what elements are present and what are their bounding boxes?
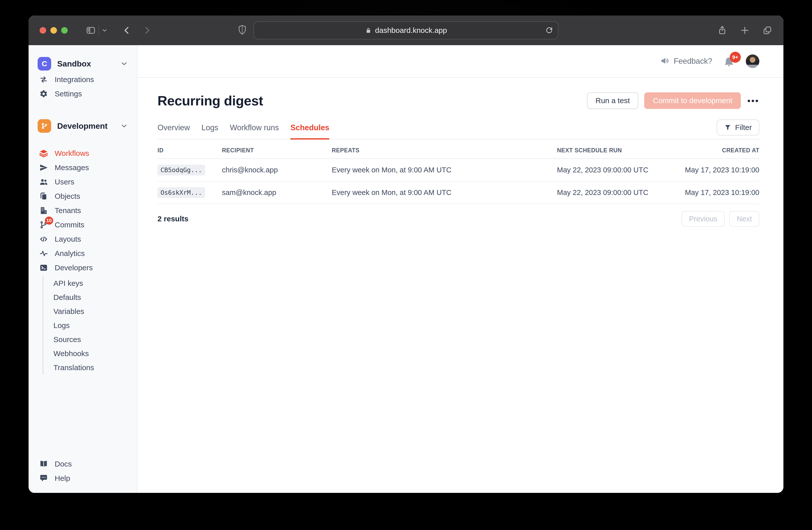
- notification-count-badge: 9+: [730, 52, 741, 63]
- next-page-button[interactable]: Next: [729, 211, 759, 227]
- commit-to-development-button[interactable]: Commit to development: [644, 92, 741, 109]
- run-test-button[interactable]: Run a test: [587, 92, 638, 109]
- sidebar-section-gap: [29, 135, 137, 146]
- plus-icon: [740, 25, 750, 36]
- minimize-window-button[interactable]: [50, 27, 57, 33]
- sidebar-item-messages[interactable]: Messages: [29, 161, 137, 175]
- sidebar-subitem-api-keys[interactable]: API keys: [43, 276, 137, 290]
- reload-button[interactable]: [545, 26, 553, 34]
- next-run-cell: May 22, 2023 09:00:00 UTC: [557, 189, 685, 197]
- sidebar-subitem-defaults[interactable]: Defaults: [43, 290, 137, 304]
- sidebar-item-developers[interactable]: Developers: [29, 261, 137, 275]
- sidebar-item-settings[interactable]: Settings: [29, 87, 137, 101]
- git-branch-icon: 10: [39, 221, 48, 229]
- sidebar-item-objects[interactable]: Objects: [29, 189, 137, 203]
- workspace-switcher[interactable]: C Sandbox: [29, 55, 137, 72]
- table-row[interactable]: Os6skXrM... sam@knock.app Every week on …: [158, 181, 759, 204]
- share-button[interactable]: [717, 25, 727, 36]
- sidebar-item-label: Translations: [54, 363, 94, 372]
- traffic-lights: [40, 27, 68, 33]
- sidebar-subitem-sources[interactable]: Sources: [43, 333, 137, 347]
- tab-overview[interactable]: Overview: [158, 123, 190, 140]
- notifications-button[interactable]: 9+: [724, 56, 734, 67]
- sidebar-item-analytics[interactable]: Analytics: [29, 246, 137, 261]
- integrations-icon: [39, 75, 48, 84]
- sidebar-item-label: Analytics: [55, 249, 85, 258]
- zoom-window-button[interactable]: [61, 27, 68, 33]
- table-row[interactable]: CB5odqGg... chris@knock.app Every week o…: [158, 159, 759, 181]
- repeats-cell: Every week on Mon, at 9:00 AM UTC: [332, 189, 557, 197]
- workspace-logo: C: [38, 57, 51, 70]
- sidebar-item-label: Messages: [55, 163, 89, 172]
- sidebar-item-tenants[interactable]: Tenants: [29, 203, 137, 218]
- tab-workflow-runs[interactable]: Workflow runs: [230, 123, 279, 140]
- paper-plane-icon: [39, 163, 48, 172]
- building-icon: [39, 206, 48, 215]
- toolbar-divider: [98, 25, 99, 36]
- schedule-id-chip: CB5odqGg...: [158, 165, 205, 176]
- feedback-button[interactable]: Feedback?: [660, 57, 712, 66]
- sidebar-item-integrations[interactable]: Integrations: [29, 72, 137, 87]
- filter-button[interactable]: Filter: [717, 120, 759, 136]
- environment-logo: [38, 119, 51, 133]
- megaphone-icon: [660, 57, 669, 66]
- filter-label: Filter: [735, 123, 752, 132]
- tab-overview-button[interactable]: [762, 25, 772, 36]
- main-area: Feedback? 9+ Recurring digest Run a test: [137, 45, 783, 493]
- address-bar[interactable]: dashboard.knock.app: [253, 21, 559, 39]
- sidebar: C Sandbox Integrations: [29, 45, 137, 493]
- column-header-repeats: REPEATS: [332, 147, 557, 154]
- sidebar-item-label: Webhooks: [54, 349, 89, 358]
- page-header: Recurring digest Run a test Commit to de…: [158, 92, 759, 109]
- sidebar-toggle-button[interactable]: [86, 25, 96, 36]
- sidebar-toggle-group: [86, 25, 108, 36]
- previous-page-button[interactable]: Previous: [682, 211, 725, 227]
- tabs-overview-icon: [762, 25, 772, 36]
- sidebar-item-help[interactable]: Help: [29, 471, 137, 485]
- sidebar-item-layouts[interactable]: Layouts: [29, 232, 137, 246]
- close-window-button[interactable]: [40, 27, 46, 33]
- gear-icon: [39, 89, 48, 98]
- environment-switcher[interactable]: Development: [29, 117, 137, 135]
- desktop-background: dashboard.knock.app: [0, 0, 812, 530]
- lock-icon: [365, 27, 372, 34]
- back-arrow-icon: [122, 25, 132, 36]
- sidebar-section-gap: [29, 101, 137, 117]
- sidebar-subitem-logs[interactable]: Logs: [43, 319, 137, 333]
- sidebar-item-users[interactable]: Users: [29, 175, 137, 189]
- table-footer: 2 results Previous Next: [158, 211, 759, 227]
- back-button[interactable]: [122, 25, 132, 36]
- terminal-icon: [39, 264, 48, 272]
- workspace-name: Sandbox: [57, 59, 91, 69]
- created-at-cell: May 17, 2023 10:19:00: [685, 166, 759, 174]
- privacy-shield-icon: [237, 25, 247, 36]
- forward-button[interactable]: [142, 25, 152, 36]
- sidebar-subitem-webhooks[interactable]: Webhooks: [43, 347, 137, 361]
- sidebar-item-label: Developers: [55, 264, 93, 272]
- sidebar-item-workflows[interactable]: Workflows: [29, 146, 137, 161]
- book-icon: [39, 460, 48, 468]
- user-avatar[interactable]: [746, 54, 759, 68]
- commits-count-badge: 10: [45, 217, 53, 225]
- more-actions-button[interactable]: •••: [747, 96, 759, 105]
- environment-name: Development: [57, 122, 107, 131]
- new-tab-button[interactable]: [740, 25, 750, 36]
- created-at-cell: May 17, 2023 10:19:00: [685, 189, 759, 197]
- tab-schedules[interactable]: Schedules: [290, 123, 329, 140]
- sidebar-item-commits[interactable]: 10 Commits: [29, 218, 137, 232]
- sidebar-item-docs[interactable]: Docs: [29, 457, 137, 471]
- sidebar-menu-chevron-button[interactable]: [101, 27, 108, 33]
- browser-chrome: dashboard.knock.app: [29, 16, 783, 45]
- tab-logs[interactable]: Logs: [201, 123, 218, 140]
- page-content: Recurring digest Run a test Commit to de…: [137, 78, 783, 227]
- developers-subnav: API keys Defaults Variables Logs Sources…: [43, 276, 137, 375]
- next-run-cell: May 22, 2023 09:00:00 UTC: [557, 166, 685, 174]
- objects-icon: [39, 192, 48, 200]
- sidebar-item-label: Docs: [55, 460, 72, 468]
- column-header-next-schedule-run: NEXT SCHEDULE RUN: [557, 147, 722, 154]
- chevron-down-icon: [120, 122, 128, 130]
- workflows-icon: [39, 149, 48, 157]
- results-count: 2 results: [158, 214, 188, 223]
- sidebar-subitem-variables[interactable]: Variables: [43, 304, 137, 319]
- sidebar-subitem-translations[interactable]: Translations: [43, 361, 137, 375]
